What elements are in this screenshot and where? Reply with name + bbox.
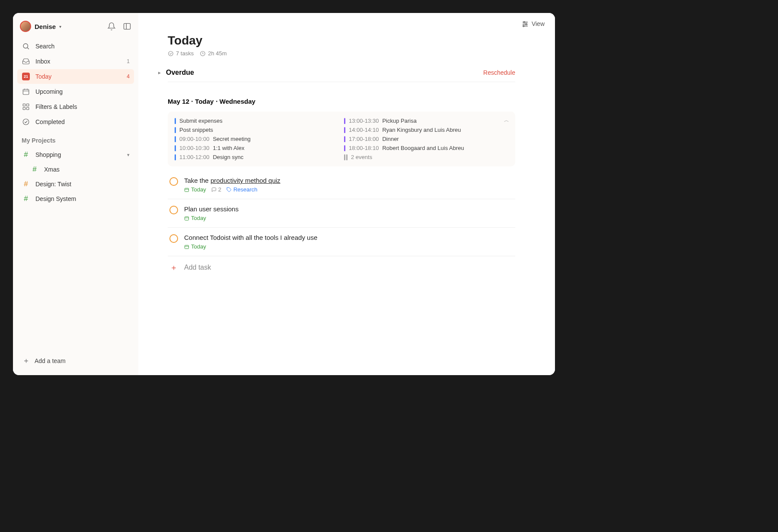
nav-inbox-count: 1 <box>127 58 130 64</box>
nav-completed[interactable]: Completed <box>17 115 134 129</box>
task-checkbox[interactable] <box>169 206 178 214</box>
add-team-label: Add a team <box>35 357 66 364</box>
hash-icon: # <box>30 165 39 174</box>
profile-button[interactable]: Denise ▾ <box>20 21 61 32</box>
events-right-column: 13:00-13:30Pickup Parisa 14:00-14:10Ryan… <box>344 118 508 160</box>
hash-icon: # <box>22 194 30 203</box>
svg-point-12 <box>23 119 29 125</box>
plus-icon: ＋ <box>22 356 30 366</box>
event-color-bar <box>175 127 176 133</box>
chevron-right-icon[interactable]: ▸ <box>158 70 161 76</box>
chevron-up-icon[interactable]: ︿ <box>504 117 509 124</box>
notifications-icon[interactable] <box>107 22 116 31</box>
profile-name: Denise <box>35 23 56 30</box>
task-body: Take the productivity method quiz Today … <box>184 177 513 193</box>
add-task-label: Add task <box>184 264 211 271</box>
projects-header[interactable]: My Projects <box>17 129 134 147</box>
chevron-down-icon[interactable]: ▾ <box>127 152 130 158</box>
svg-point-14 <box>523 22 525 23</box>
nav-search[interactable]: Search <box>17 39 134 54</box>
task-meta: Today <box>184 215 513 221</box>
event-item[interactable]: 11:00-12:00Design sync <box>175 154 339 160</box>
reschedule-button[interactable]: Reschedule <box>483 69 515 76</box>
sliders-icon <box>521 20 529 28</box>
event-item[interactable]: 17:00-18:00Dinner <box>344 136 508 142</box>
svg-rect-10 <box>23 108 25 110</box>
search-icon <box>22 42 30 51</box>
project-shopping[interactable]: # Shopping ▾ <box>17 147 134 162</box>
task-title: Connect Todoist with all the tools I alr… <box>184 234 513 241</box>
calendar-today-icon: 21 <box>22 72 30 81</box>
task-checkbox[interactable] <box>169 177 178 186</box>
task-item[interactable]: Take the productivity method quiz Today … <box>168 171 515 199</box>
svg-point-16 <box>526 23 527 25</box>
svg-rect-4 <box>23 89 29 95</box>
svg-rect-8 <box>23 104 25 106</box>
view-button[interactable]: View <box>521 20 545 28</box>
svg-rect-23 <box>185 217 189 220</box>
event-item[interactable]: 10:00-10:301:1 with Alex <box>175 145 339 151</box>
due-today[interactable]: Today <box>184 215 206 221</box>
hash-icon: # <box>22 150 30 159</box>
event-color-bar <box>344 127 345 133</box>
content: Today 7 tasks 2h 45m ▸ Overdue Reschedul… <box>151 13 532 279</box>
nav-inbox[interactable]: Inbox 1 <box>17 54 134 69</box>
task-body: Connect Todoist with all the tools I alr… <box>184 234 513 250</box>
avatar <box>20 21 31 32</box>
app-window: Denise ▾ Search <box>13 13 555 375</box>
task-checkbox[interactable] <box>169 234 178 243</box>
nav-upcoming-label: Upcoming <box>35 88 130 95</box>
due-today[interactable]: Today <box>184 243 206 250</box>
event-color-bar <box>346 154 348 160</box>
task-meta: Today 2 Research <box>184 186 513 193</box>
nav-items: Search Inbox 1 21 Today 4 Upc <box>17 39 134 129</box>
task-item[interactable]: Connect Todoist with all the tools I alr… <box>168 228 515 256</box>
nav-filters[interactable]: Filters & Labels <box>17 99 134 114</box>
task-title: Plan user sessions <box>184 205 513 213</box>
inbox-icon <box>22 57 30 66</box>
project-xmas-label: Xmas <box>44 166 130 173</box>
due-today[interactable]: Today <box>184 186 206 193</box>
svg-line-3 <box>27 48 29 49</box>
event-item[interactable]: 18:00-18:10Robert Boogaard and Luis Abre… <box>344 145 508 151</box>
comments-count[interactable]: 2 <box>211 186 221 193</box>
event-item[interactable]: 09:00-10:00Secret meeting <box>175 136 339 142</box>
overdue-title[interactable]: Overdue <box>166 69 478 76</box>
task-item[interactable]: Plan user sessions Today <box>168 199 515 228</box>
event-item[interactable]: Submit expenses <box>175 118 339 124</box>
event-color-bar <box>175 154 176 160</box>
event-color-bar <box>344 145 345 151</box>
event-color-bar <box>175 145 176 151</box>
project-design-system[interactable]: # Design System <box>17 191 134 206</box>
nav-filters-label: Filters & Labels <box>35 103 130 110</box>
svg-point-2 <box>23 44 28 48</box>
project-design-twist[interactable]: # Design: Twist <box>17 177 134 191</box>
hash-icon: # <box>22 180 30 188</box>
sidebar-header: Denise ▾ <box>17 19 134 39</box>
add-team-button[interactable]: ＋ Add a team <box>17 352 134 369</box>
project-xmas[interactable]: # Xmas <box>17 162 134 177</box>
event-color-bar <box>175 136 176 142</box>
event-item[interactable]: Post snippets <box>175 127 339 133</box>
svg-rect-25 <box>185 245 189 248</box>
add-task-button[interactable]: ＋ Add task <box>168 256 515 279</box>
event-item[interactable]: 13:00-13:30Pickup Parisa <box>344 118 508 124</box>
project-design-twist-label: Design: Twist <box>35 181 130 188</box>
tag-research[interactable]: Research <box>226 186 258 193</box>
chevron-down-icon: ▾ <box>59 24 61 29</box>
event-more[interactable]: 2 events <box>344 154 508 160</box>
nav-upcoming[interactable]: Upcoming <box>17 84 134 99</box>
event-item[interactable]: 14:00-14:10Ryan Kingsbury and Luis Abreu <box>344 127 508 133</box>
page-meta: 7 tasks 2h 45m <box>168 50 515 57</box>
collapse-sidebar-icon[interactable] <box>123 22 131 31</box>
event-color-bar <box>344 154 345 160</box>
project-design-system-label: Design System <box>35 195 130 202</box>
view-label: View <box>532 20 545 27</box>
events-left-column: Submit expenses Post snippets 09:00-10:0… <box>175 118 339 160</box>
nav-today[interactable]: 21 Today 4 <box>17 69 134 84</box>
task-count: 7 tasks <box>168 50 194 57</box>
date-header: May 12 ‧ Today ‧ Wednesday <box>168 98 515 105</box>
svg-point-18 <box>523 25 524 27</box>
calendar-icon <box>22 87 30 96</box>
sidebar-header-icons <box>107 22 131 31</box>
